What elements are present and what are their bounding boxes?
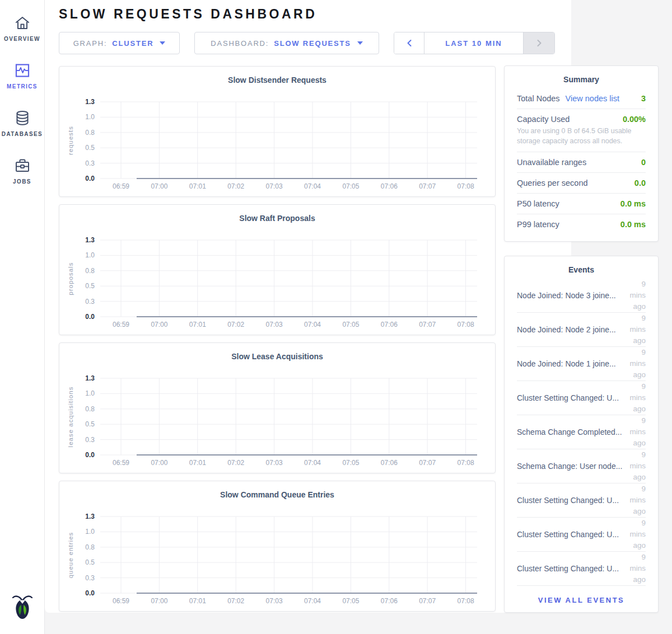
svg-text:07:01: 07:01 — [189, 459, 206, 467]
event-time: 9 mins ago — [626, 313, 646, 346]
svg-text:07:00: 07:00 — [151, 459, 167, 467]
svg-text:07:08: 07:08 — [458, 597, 474, 605]
sidebar-item-label: OVERVIEW — [4, 36, 40, 42]
svg-text:0.8: 0.8 — [85, 129, 95, 137]
svg-text:07:08: 07:08 — [458, 182, 474, 190]
summary-row-value: 0 — [641, 158, 646, 167]
svg-text:07:00: 07:00 — [151, 182, 167, 190]
svg-text:1.3: 1.3 — [85, 98, 95, 106]
summary-row-value: 0.0 ms — [620, 220, 646, 229]
event-text: Cluster Setting Changed: U... — [517, 530, 619, 539]
home-icon — [14, 15, 31, 31]
svg-text:1.3: 1.3 — [85, 513, 95, 520]
svg-text:07:06: 07:06 — [381, 182, 398, 190]
summary-row-value: 0.0 — [634, 179, 646, 187]
events-panel: Events Node Joined: Node 3 joine...9 min… — [504, 256, 659, 613]
svg-text:0.3: 0.3 — [85, 159, 95, 167]
summary-row: Capacity Used0.00%You are using 0 B of 6… — [517, 109, 646, 152]
svg-text:07:07: 07:07 — [419, 459, 436, 467]
svg-text:1.0: 1.0 — [85, 251, 95, 259]
chart-plot[interactable]: 0.00.30.50.81.01.306:5907:0007:0107:0207… — [59, 226, 496, 336]
svg-text:07:00: 07:00 — [151, 321, 167, 328]
svg-text:07:07: 07:07 — [419, 597, 436, 605]
time-next-button[interactable] — [523, 32, 554, 54]
chevron-right-icon — [537, 40, 542, 46]
time-prev-button[interactable] — [394, 32, 424, 54]
svg-text:0.8: 0.8 — [85, 543, 95, 551]
summary-row-subtext: You are using 0 B of 64.5 GiB usable sto… — [517, 126, 646, 146]
summary-rows: Total NodesView nodes list3Capacity Used… — [517, 88, 646, 234]
sidebar-item-label: JOBS — [13, 179, 31, 185]
event-time: 9 mins ago — [626, 279, 646, 312]
svg-text:0.5: 0.5 — [85, 558, 95, 566]
summary-row: P50 latency0.0 ms — [517, 193, 646, 214]
cockroach-logo[interactable] — [12, 593, 33, 622]
sidebar-item-jobs[interactable]: JOBS — [0, 153, 45, 190]
time-window-label[interactable]: LAST 10 MIN — [424, 32, 523, 54]
main-panel: SLOW REQUESTS DASHBOARD GRAPH: CLUSTER D… — [45, 0, 571, 613]
svg-text:07:04: 07:04 — [304, 182, 321, 190]
summary-row-label: Unavailable ranges — [517, 158, 586, 167]
summary-row-label: P50 latency — [517, 199, 559, 208]
summary-row-label: Capacity Used — [517, 115, 570, 124]
chart-plot[interactable]: 0.00.30.50.81.01.306:5907:0007:0107:0207… — [59, 88, 496, 198]
sidebar-item-overview[interactable]: OVERVIEW — [0, 10, 45, 48]
svg-text:07:01: 07:01 — [189, 182, 206, 190]
event-text: Schema Change Completed... — [517, 428, 622, 436]
event-row: Node Joined: Node 1 joine...9 mins ago — [517, 347, 646, 381]
chart-title: Slow Lease Acquisitions — [59, 343, 495, 361]
svg-text:07:03: 07:03 — [266, 459, 283, 467]
chart-card: Slow Command Queue Entries 0.00.30.50.81… — [59, 481, 496, 612]
event-time: 9 mins ago — [626, 347, 646, 381]
svg-text:requests: requests — [67, 126, 74, 155]
summary-row-value: 0.00% — [623, 115, 646, 124]
svg-text:07:07: 07:07 — [419, 182, 436, 190]
svg-text:07:06: 07:06 — [381, 321, 398, 328]
svg-text:0.8: 0.8 — [85, 267, 95, 275]
chart-title: Slow Command Queue Entries — [59, 481, 495, 499]
svg-text:06:59: 06:59 — [113, 182, 129, 190]
summary-row: Queries per second0.0 — [517, 172, 646, 193]
sidebar-item-metrics[interactable]: METRICS — [0, 58, 45, 95]
chart-title: Slow Raft Proposals — [59, 205, 495, 223]
svg-text:07:06: 07:06 — [381, 459, 398, 467]
svg-text:0.8: 0.8 — [85, 405, 95, 413]
chart-card: Slow Raft Proposals 0.00.30.50.81.01.306… — [59, 204, 496, 335]
svg-text:07:00: 07:00 — [151, 597, 167, 605]
event-row: Schema Change Completed...9 mins ago — [517, 415, 646, 449]
sidebar-item-label: DATABASES — [2, 131, 43, 137]
dashboard-dropdown[interactable]: DASHBOARD: SLOW REQUESTS — [194, 32, 379, 54]
sidebar-item-databases[interactable]: DATABASES — [0, 105, 45, 143]
svg-text:07:05: 07:05 — [342, 182, 359, 190]
event-text: Node Joined: Node 3 joine... — [517, 291, 616, 300]
event-time: 9 mins ago — [626, 449, 646, 483]
chart-card: Slow Distsender Requests 0.00.30.50.81.0… — [59, 66, 496, 197]
svg-text:07:05: 07:05 — [342, 597, 359, 605]
event-row: Cluster Setting Changed: U...9 mins ago — [517, 381, 646, 415]
svg-text:07:03: 07:03 — [266, 321, 283, 328]
graph-dropdown[interactable]: GRAPH: CLUSTER — [59, 32, 180, 54]
summary-row-value: 3 — [641, 94, 646, 103]
view-all-events-link[interactable]: VIEW ALL EVENTS — [517, 586, 646, 604]
page-title: SLOW REQUESTS DASHBOARD — [59, 7, 317, 22]
events-title: Events — [517, 256, 646, 279]
summary-title: Summary — [517, 66, 646, 88]
view-nodes-list-link[interactable]: View nodes list — [566, 94, 619, 103]
svg-text:07:06: 07:06 — [381, 597, 398, 605]
svg-text:0.0: 0.0 — [85, 451, 95, 459]
chart-plot[interactable]: 0.00.30.50.81.01.306:5907:0007:0107:0207… — [59, 364, 496, 474]
chart-title: Slow Distsender Requests — [59, 67, 495, 84]
svg-text:06:59: 06:59 — [113, 459, 129, 467]
event-row: Cluster Setting Changed: U...9 mins ago — [517, 552, 646, 586]
svg-text:1.3: 1.3 — [85, 374, 95, 382]
summary-row: P99 latency0.0 ms — [517, 214, 646, 234]
dashboard-dropdown-label: DASHBOARD: — [211, 39, 269, 48]
svg-text:06:59: 06:59 — [113, 597, 129, 605]
sidebar-nav: OVERVIEWMETRICSDATABASESJOBS — [0, 0, 45, 190]
event-text: Node Joined: Node 2 joine... — [517, 325, 616, 334]
sidebar: OVERVIEWMETRICSDATABASESJOBS — [0, 0, 45, 634]
event-text: Cluster Setting Changed: U... — [517, 564, 619, 573]
svg-text:1.0: 1.0 — [85, 389, 95, 397]
charts-column: Slow Distsender Requests 0.00.30.50.81.0… — [59, 66, 496, 619]
chart-plot[interactable]: 0.00.30.50.81.01.306:5907:0007:0107:0207… — [59, 502, 496, 612]
